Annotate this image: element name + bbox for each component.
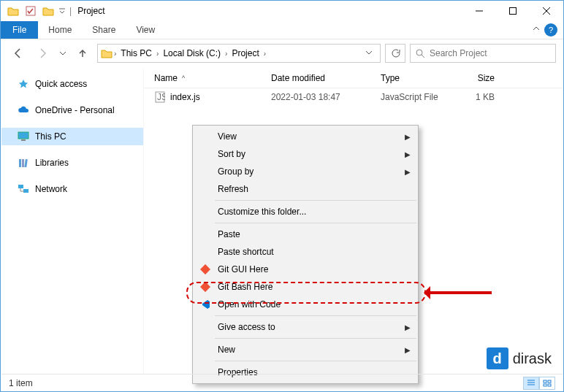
chevron-right-icon: ▶ bbox=[405, 168, 411, 176]
chevron-right-icon[interactable]: › bbox=[225, 50, 227, 58]
help-icon[interactable]: ? bbox=[544, 23, 557, 36]
chevron-right-icon: ▶ bbox=[405, 150, 411, 158]
folder-icon bbox=[101, 47, 113, 59]
file-tab[interactable]: File bbox=[1, 21, 38, 39]
sidebar-item-label: OneDrive - Personal bbox=[35, 105, 115, 115]
nav-row: › This PC › Local Disk (C:) › Project › … bbox=[1, 39, 563, 67]
col-date[interactable]: Date modified bbox=[261, 73, 370, 83]
network-icon bbox=[18, 183, 29, 195]
chevron-right-icon: ▶ bbox=[405, 323, 411, 331]
sidebar-item-thispc[interactable]: This PC bbox=[1, 128, 143, 145]
chevron-right-icon: ▶ bbox=[405, 133, 411, 141]
svg-point-2 bbox=[416, 50, 422, 55]
col-name[interactable]: Name^ bbox=[144, 73, 261, 83]
svg-text:JS: JS bbox=[157, 92, 165, 102]
ctx-groupby[interactable]: Group by▶ bbox=[193, 163, 418, 180]
maximize-button[interactable] bbox=[496, 1, 530, 21]
search-icon bbox=[415, 48, 425, 58]
ctx-customize[interactable]: Customize this folder... bbox=[193, 203, 418, 220]
qat-properties-button[interactable] bbox=[23, 3, 39, 19]
watermark-text: dirask bbox=[513, 350, 552, 367]
file-row[interactable]: JS index.js 2022-01-03 18:47 JavaScript … bbox=[144, 88, 563, 106]
libraries-icon bbox=[18, 157, 29, 169]
ctx-paste: Paste bbox=[193, 226, 418, 243]
sidebar-item-label: Quick access bbox=[35, 79, 87, 89]
svg-rect-1 bbox=[510, 8, 517, 15]
sidebar-item-label: This PC bbox=[35, 131, 66, 142]
file-date: 2022-01-03 18:47 bbox=[261, 92, 370, 102]
folder-icon bbox=[5, 3, 21, 19]
title-separator: | bbox=[69, 6, 72, 16]
nav-history-button[interactable] bbox=[58, 43, 68, 64]
sidebar-item-quickaccess[interactable]: Quick access bbox=[1, 75, 143, 93]
view-details-button[interactable] bbox=[523, 377, 539, 390]
window-title: Project bbox=[77, 6, 104, 16]
status-item-count: 1 item bbox=[9, 378, 33, 388]
svg-rect-8 bbox=[18, 185, 23, 188]
ctx-view[interactable]: View▶ bbox=[193, 128, 418, 145]
svg-rect-3 bbox=[18, 132, 28, 139]
cloud-icon bbox=[18, 104, 29, 116]
ctx-git-bash[interactable]: Git Bash Here bbox=[193, 278, 418, 296]
ctx-refresh[interactable]: Refresh bbox=[193, 180, 418, 198]
star-icon bbox=[18, 78, 29, 90]
svg-rect-17 bbox=[548, 384, 551, 386]
address-dropdown[interactable] bbox=[361, 48, 377, 58]
tab-view[interactable]: View bbox=[126, 21, 165, 39]
ctx-new[interactable]: New▶ bbox=[193, 341, 418, 358]
column-headers: Name^ Date modified Type Size bbox=[144, 68, 563, 88]
ribbon: File Home Share View ? bbox=[1, 21, 563, 39]
watermark-logo: d bbox=[487, 347, 508, 369]
nav-back-button[interactable] bbox=[8, 43, 28, 64]
ctx-open-with-code[interactable]: Open with Code bbox=[193, 296, 418, 313]
svg-rect-5 bbox=[19, 159, 21, 167]
ctx-sortby[interactable]: Sort by▶ bbox=[193, 145, 418, 163]
tab-home[interactable]: Home bbox=[38, 21, 82, 39]
svg-rect-15 bbox=[548, 380, 551, 383]
nav-up-button[interactable] bbox=[72, 43, 93, 64]
svg-rect-9 bbox=[23, 189, 28, 193]
qat-dropdown[interactable] bbox=[58, 3, 66, 19]
chevron-right-icon[interactable]: › bbox=[114, 50, 116, 58]
col-size[interactable]: Size bbox=[458, 73, 517, 83]
view-largeicons-button[interactable] bbox=[539, 377, 555, 390]
breadcrumb-folder[interactable]: Project bbox=[229, 47, 262, 60]
close-button[interactable] bbox=[530, 1, 563, 21]
col-type[interactable]: Type bbox=[370, 73, 458, 83]
sidebar-item-label: Libraries bbox=[35, 158, 69, 168]
watermark: d dirask bbox=[487, 347, 552, 369]
vscode-icon bbox=[199, 298, 212, 311]
tab-share[interactable]: Share bbox=[82, 21, 126, 39]
search-input[interactable]: Search Project bbox=[410, 44, 556, 63]
sidebar-item-network[interactable]: Network bbox=[1, 180, 143, 198]
chevron-right-icon: ▶ bbox=[405, 346, 411, 354]
nav-tree: Quick access OneDrive - Personal This PC… bbox=[1, 68, 144, 374]
breadcrumb-drive[interactable]: Local Disk (C:) bbox=[160, 47, 224, 60]
ctx-give-access[interactable]: Give access to▶ bbox=[193, 318, 418, 336]
svg-rect-6 bbox=[22, 159, 24, 167]
svg-rect-13 bbox=[200, 282, 210, 292]
folder-icon-small bbox=[40, 3, 56, 19]
context-menu: View▶ Sort by▶ Group by▶ Refresh Customi… bbox=[192, 125, 419, 384]
menu-separator bbox=[215, 315, 416, 316]
chevron-right-icon[interactable]: › bbox=[156, 50, 159, 58]
svg-rect-7 bbox=[24, 159, 28, 167]
status-bar: 1 item bbox=[1, 374, 563, 391]
refresh-button[interactable] bbox=[385, 44, 405, 63]
sidebar-item-label: Network bbox=[35, 184, 67, 194]
menu-separator bbox=[215, 338, 416, 339]
menu-separator bbox=[215, 223, 416, 223]
address-bar[interactable]: › This PC › Local Disk (C:) › Project › bbox=[97, 44, 381, 63]
ctx-git-gui[interactable]: Git GUI Here bbox=[193, 261, 418, 278]
sidebar-item-libraries[interactable]: Libraries bbox=[1, 154, 143, 172]
nav-forward-button[interactable] bbox=[33, 43, 53, 64]
minimize-button[interactable] bbox=[462, 1, 496, 21]
git-icon bbox=[199, 280, 212, 293]
git-icon bbox=[199, 263, 212, 276]
chevron-right-icon[interactable]: › bbox=[264, 50, 266, 58]
titlebar: | Project bbox=[1, 1, 563, 21]
breadcrumb-thispc[interactable]: This PC bbox=[118, 47, 155, 60]
ribbon-expand-button[interactable] bbox=[533, 25, 540, 35]
js-file-icon: JS bbox=[154, 91, 166, 103]
sidebar-item-onedrive[interactable]: OneDrive - Personal bbox=[1, 101, 143, 119]
